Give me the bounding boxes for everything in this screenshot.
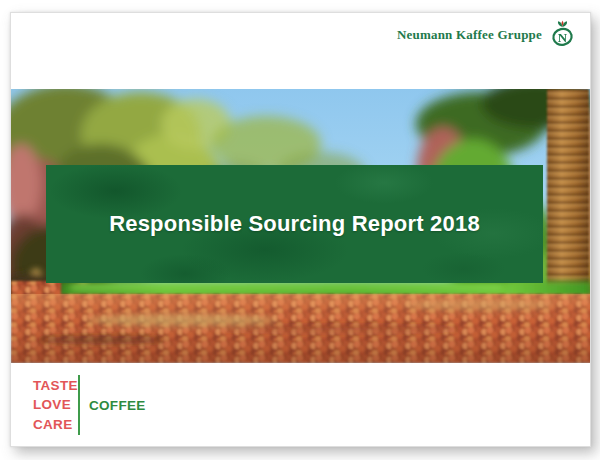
brand-name: Neumann Kaffee Gruppe	[397, 25, 542, 43]
tagline-block: TASTE LOVE CARE	[33, 374, 78, 436]
coffee-label: COFFEE	[80, 374, 146, 436]
tagline-care: CARE	[33, 415, 78, 435]
tagline-taste: TASTE	[33, 376, 78, 396]
title-banner: Responsible Sourcing Report 2018	[46, 165, 543, 283]
svg-text:N: N	[558, 30, 568, 45]
taste-love-care-mark: TASTE LOVE CARE COFFEE	[33, 374, 146, 436]
slide-card: Neumann Kaffee Gruppe N	[10, 12, 591, 447]
nkg-logo: N	[551, 20, 574, 48]
page-background: Neumann Kaffee Gruppe N	[0, 0, 600, 460]
brand-header: Neumann Kaffee Gruppe N	[397, 13, 574, 55]
report-title: Responsible Sourcing Report 2018	[109, 211, 480, 237]
tagline-love: LOVE	[33, 395, 78, 415]
